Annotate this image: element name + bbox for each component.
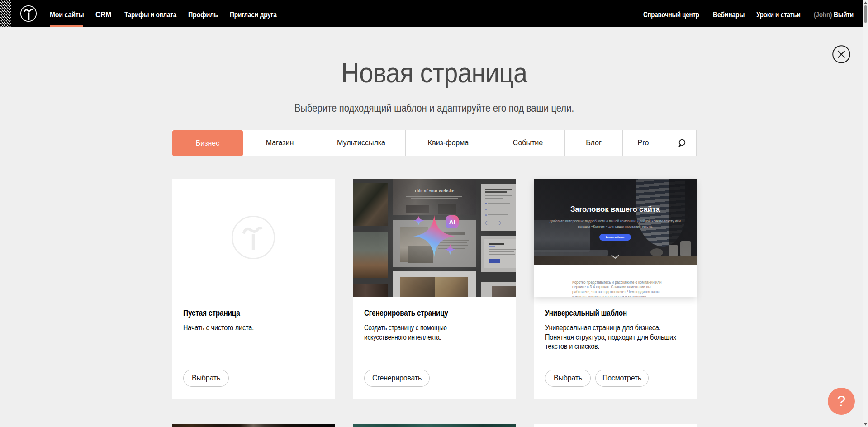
svg-text:AI: AI [449,218,455,226]
